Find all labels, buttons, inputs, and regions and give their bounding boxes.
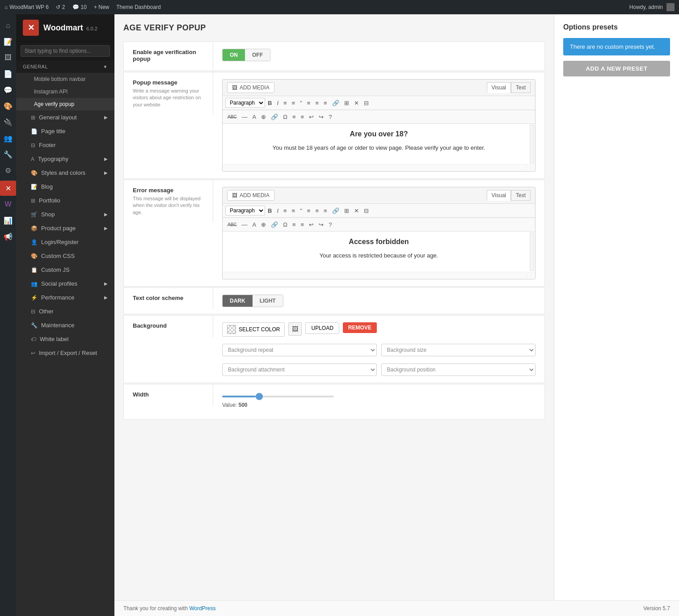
wp-sidebar-users-icon[interactable]: 👥: [0, 131, 16, 146]
popup-align-left-btn[interactable]: ≡: [305, 98, 313, 108]
wp-sidebar-tools-icon[interactable]: 🔧: [0, 147, 16, 162]
wp-sidebar-media-icon[interactable]: 🖼: [0, 50, 16, 65]
error-grid-btn[interactable]: ⊟: [362, 206, 371, 215]
toggle-on-button[interactable]: ON: [223, 49, 245, 61]
error-align-center-btn[interactable]: ≡: [313, 206, 321, 215]
popup-resize-handle[interactable]: ⋮⋮: [223, 164, 535, 171]
popup-ul-btn[interactable]: ≡: [281, 98, 289, 108]
wp-sidebar-analytics-icon[interactable]: 📊: [0, 213, 16, 228]
popup-help-btn[interactable]: ?: [326, 112, 334, 122]
error-outdent-btn[interactable]: ≡: [299, 220, 307, 229]
popup-dash-btn[interactable]: —: [240, 112, 250, 122]
error-link2-btn[interactable]: 🔗: [269, 220, 280, 229]
sidebar-general-header[interactable]: General ▼: [16, 60, 114, 73]
error-align-right-btn[interactable]: ≡: [321, 206, 329, 215]
popup-editor-content[interactable]: Are you over 18? You must be 18 years of…: [223, 124, 535, 164]
popup-align-right-btn[interactable]: ≡: [321, 98, 329, 108]
wp-sidebar-posts-icon[interactable]: 📝: [0, 34, 16, 49]
sidebar-item-mobile-bottom-navbar[interactable]: Mobile bottom navbar: [16, 73, 114, 85]
sidebar-item-other[interactable]: ⊟ Other: [16, 304, 114, 318]
footer-wp-link[interactable]: WordPress: [189, 605, 215, 612]
popup-grid-btn[interactable]: ⊟: [362, 98, 371, 108]
sidebar-item-portfolio[interactable]: ⊞ Portfolio: [16, 194, 114, 207]
background-attachment-select[interactable]: Background attachment: [222, 363, 377, 376]
sidebar-item-performance[interactable]: ⚡ Performance ▶: [16, 291, 114, 304]
error-fullscreen-btn[interactable]: ✕: [352, 206, 361, 215]
sidebar-item-typography[interactable]: A Typography ▶: [16, 152, 114, 166]
error-add-media-button[interactable]: 🖼 ADD MEDIA: [227, 190, 274, 201]
background-repeat-select[interactable]: Background repeat: [222, 344, 377, 356]
wp-sidebar-woo-icon[interactable]: W: [0, 197, 16, 212]
popup-link-btn[interactable]: 🔗: [330, 98, 342, 108]
sidebar-item-age-verify-popup[interactable]: Age verify popup: [16, 98, 114, 110]
sidebar-item-maintenance[interactable]: 🔧 Maintenance: [16, 318, 114, 332]
error-text-color-btn[interactable]: A: [250, 220, 259, 229]
sidebar-item-login-register[interactable]: 👤 Login/Register: [16, 235, 114, 249]
admin-bar-site[interactable]: ⌂ WoodMart WP 6: [4, 4, 49, 10]
admin-bar-theme-dashboard[interactable]: Theme Dashboard: [116, 4, 160, 10]
sidebar-item-blog[interactable]: 📝 Blog: [16, 180, 114, 194]
error-indent-btn[interactable]: ≡: [290, 220, 298, 229]
popup-align-center-btn[interactable]: ≡: [313, 98, 321, 108]
admin-bar-new[interactable]: + New: [94, 4, 109, 10]
sidebar-item-page-title[interactable]: 📄 Page title: [16, 124, 114, 138]
popup-editor-scrollbar[interactable]: [530, 125, 534, 163]
error-help-btn[interactable]: ?: [326, 220, 334, 229]
popup-fullscreen-btn[interactable]: ✕: [352, 98, 361, 108]
sidebar-item-custom-js[interactable]: 📋 Custom JS: [16, 263, 114, 277]
sidebar-item-styles-colors[interactable]: 🎨 Styles and colors ▶: [16, 166, 114, 180]
sidebar-item-import-export-reset[interactable]: ↩ Import / Export / Reset: [16, 346, 114, 360]
admin-bar-comments[interactable]: 💬 10: [72, 4, 87, 10]
popup-link2-btn[interactable]: 🔗: [269, 112, 280, 122]
error-resize-handle[interactable]: ⋮⋮: [223, 272, 535, 279]
sidebar-item-instagram-api[interactable]: Instagram API: [16, 85, 114, 98]
wp-sidebar-dashboard-icon[interactable]: ⌂: [0, 18, 16, 33]
error-visual-tab[interactable]: Visual: [487, 190, 511, 201]
sidebar-item-social-profiles[interactable]: 👥 Social profiles ▶: [16, 277, 114, 291]
error-table-btn[interactable]: ⊞: [342, 206, 351, 215]
bg-image-button[interactable]: 🖼: [288, 322, 302, 336]
error-redo-btn[interactable]: ↪: [316, 220, 326, 229]
sidebar-item-shop[interactable]: 🛒 Shop ▶: [16, 207, 114, 221]
error-bold-btn[interactable]: B: [266, 206, 274, 215]
error-abc-btn[interactable]: ABC: [225, 221, 239, 228]
sidebar-item-footer[interactable]: ⊟ Footer: [16, 138, 114, 152]
popup-visual-tab[interactable]: Visual: [487, 82, 511, 93]
sidebar-item-product-page[interactable]: 📦 Product page ▶: [16, 221, 114, 235]
popup-add-media-button[interactable]: 🖼 ADD MEDIA: [227, 82, 274, 93]
error-link-btn[interactable]: 🔗: [330, 206, 342, 215]
remove-button[interactable]: REMOVE: [343, 322, 377, 333]
error-editor-content[interactable]: Access forbidden Your access is restrict…: [223, 232, 535, 272]
error-special-char-btn[interactable]: Ω: [281, 220, 290, 229]
popup-quote-btn[interactable]: ": [298, 98, 304, 108]
error-format-select[interactable]: Paragraph: [225, 206, 265, 215]
error-ol-btn[interactable]: ≡: [290, 206, 298, 215]
add-new-preset-button[interactable]: ADD A NEW PRESET: [563, 61, 670, 76]
width-slider-thumb[interactable]: [256, 393, 263, 400]
popup-special-char-btn[interactable]: Ω: [281, 112, 290, 122]
sidebar-item-general-layout[interactable]: ⊞ General layout ▶: [16, 110, 114, 124]
popup-format-select[interactable]: Paragraph: [225, 98, 265, 108]
wp-sidebar-comments-icon[interactable]: 💬: [0, 82, 16, 97]
popup-table-btn[interactable]: ⊞: [342, 98, 351, 108]
error-ul-btn[interactable]: ≡: [281, 206, 289, 215]
error-align-left-btn[interactable]: ≡: [305, 206, 313, 215]
popup-text-color-btn[interactable]: A: [250, 112, 259, 122]
popup-indent-btn[interactable]: ≡: [290, 112, 298, 122]
upload-button[interactable]: UPLOAD: [305, 322, 339, 334]
error-editor-scrollbar[interactable]: [530, 232, 534, 271]
error-paste-btn[interactable]: ⊕: [259, 220, 268, 229]
error-quote-btn[interactable]: ": [298, 206, 304, 215]
popup-text-tab[interactable]: Text: [511, 82, 531, 93]
popup-redo-btn[interactable]: ↪: [316, 112, 326, 122]
admin-bar-howdy[interactable]: Howdy, admin: [629, 3, 675, 11]
wp-sidebar-settings-icon[interactable]: ⚙: [0, 163, 16, 178]
wp-sidebar-plugins-icon[interactable]: 🔌: [0, 114, 16, 130]
toggle-off-button[interactable]: OFF: [245, 49, 270, 61]
admin-bar-updates[interactable]: ↺ 2: [56, 4, 65, 10]
popup-italic-btn[interactable]: I: [274, 98, 281, 108]
popup-ol-btn[interactable]: ≡: [290, 98, 298, 108]
error-italic-btn[interactable]: I: [274, 206, 281, 215]
popup-undo-btn[interactable]: ↩: [307, 112, 316, 122]
sidebar-item-custom-css[interactable]: 🎨 Custom CSS: [16, 249, 114, 263]
